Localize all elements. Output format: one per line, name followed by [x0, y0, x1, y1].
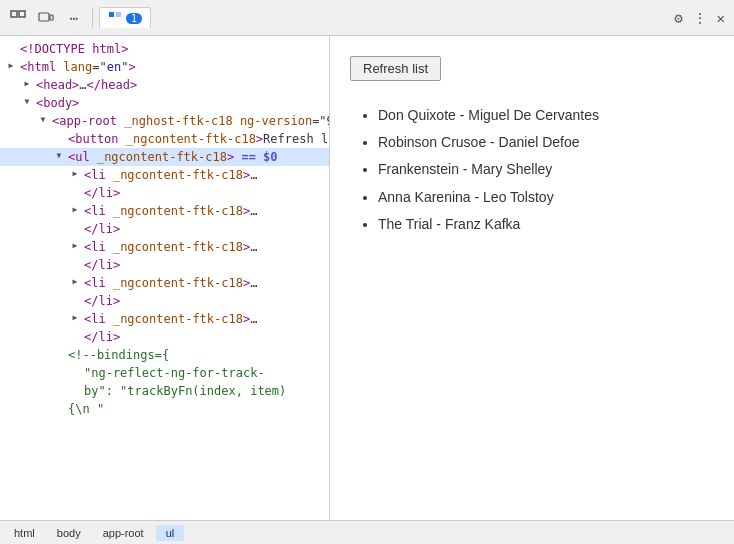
head-toggle[interactable] — [20, 77, 34, 91]
comment-line1-text: "ng-reflect-ng-for-track- — [84, 365, 265, 381]
more-options-icon[interactable]: ⋮ — [690, 7, 710, 29]
body-toggle[interactable] — [20, 95, 34, 109]
separator — [92, 8, 93, 28]
book-item-5: The Trial - Franz Kafka — [378, 212, 714, 237]
breadcrumb-body[interactable]: body — [47, 525, 91, 541]
more-panels-icon[interactable]: ⋯ — [62, 6, 86, 30]
li2-tag-text: <li _ngcontent-ftk-c18>… — [84, 203, 257, 219]
code-line-li2[interactable]: <li _ngcontent-ftk-c18>… — [0, 202, 329, 220]
code-line-button[interactable]: <button _ngcontent-ftk-c18>Refresh list<… — [0, 130, 329, 148]
code-line-li5[interactable]: <li _ngcontent-ftk-c18>… — [0, 310, 329, 328]
book-list: Don Quixote - Miguel De Cervantes Robins… — [350, 103, 714, 237]
ul-toggle[interactable] — [52, 149, 66, 163]
comment-open-text: <!--bindings={ — [68, 347, 169, 363]
breadcrumb-approot[interactable]: app-root — [93, 525, 154, 541]
svg-rect-2 — [39, 13, 49, 21]
li3-toggle[interactable] — [68, 239, 82, 253]
code-line-ul[interactable]: <ul _ngcontent-ftk-c18> == $0 — [0, 148, 329, 166]
inspect-element-icon[interactable] — [6, 6, 30, 30]
li1-tag-text: <li _ngcontent-ftk-c18>… — [84, 167, 257, 183]
devtools-panel: <!DOCTYPE html> <html lang="en"> <head>…… — [0, 36, 330, 520]
li3-close-text: </li> — [84, 257, 120, 273]
li5-close-text: </li> — [84, 329, 120, 345]
book-item-1: Don Quixote - Miguel De Cervantes — [378, 103, 714, 128]
code-line-li3-close[interactable]: </li> — [0, 256, 329, 274]
li5-toggle[interactable] — [68, 311, 82, 325]
svg-rect-5 — [116, 12, 121, 17]
book-item-2: Robinson Crusoe - Daniel Defoe — [378, 130, 714, 155]
code-line-li4[interactable]: <li _ngcontent-ftk-c18>… — [0, 274, 329, 292]
settings-icon[interactable]: ⚙ — [671, 7, 685, 29]
elements-tab[interactable]: 1 — [99, 7, 151, 28]
li3-tag-text: <li _ngcontent-ftk-c18>… — [84, 239, 257, 255]
li2-close-text: </li> — [84, 221, 120, 237]
breadcrumb-tabs: html body app-root ul — [0, 520, 734, 544]
approot-toggle[interactable] — [36, 113, 50, 127]
li4-close-text: </li> — [84, 293, 120, 309]
head-tag-text: <head>…</head> — [36, 77, 137, 93]
svg-rect-3 — [50, 15, 53, 20]
li2-toggle[interactable] — [68, 203, 82, 217]
approot-tag-text: <app-root _nghost-ftk-c18 ng-version="9.… — [52, 113, 329, 129]
li1-toggle[interactable] — [68, 167, 82, 181]
code-line-li2-close[interactable]: </li> — [0, 220, 329, 238]
li4-tag-text: <li _ngcontent-ftk-c18>… — [84, 275, 257, 291]
code-line-doctype[interactable]: <!DOCTYPE html> — [0, 40, 329, 58]
code-line-approot[interactable]: <app-root _nghost-ftk-c18 ng-version="9.… — [0, 112, 329, 130]
code-line-li1-close[interactable]: </li> — [0, 184, 329, 202]
html-toggle[interactable] — [4, 59, 18, 73]
devtools-topbar: ⋯ 1 ⚙ ⋮ ✕ — [0, 0, 734, 36]
comment-line2-text: by": "trackByFn(index, item) — [84, 383, 286, 399]
code-line-li5-close[interactable]: </li> — [0, 328, 329, 346]
button-tag-text: <button _ngcontent-ftk-c18>Refresh list<… — [68, 131, 329, 147]
comment-close-text: {\n " — [68, 401, 104, 417]
close-devtools-icon[interactable]: ✕ — [714, 7, 728, 29]
li4-toggle[interactable] — [68, 275, 82, 289]
code-line-li3[interactable]: <li _ngcontent-ftk-c18>… — [0, 238, 329, 256]
code-line-head[interactable]: <head>…</head> — [0, 76, 329, 94]
svg-rect-1 — [19, 11, 25, 17]
body-tag-text: <body> — [36, 95, 79, 111]
code-line-comment-line1[interactable]: "ng-reflect-ng-for-track- — [0, 364, 329, 382]
refresh-list-button[interactable]: Refresh list — [350, 56, 441, 81]
device-toggle-icon[interactable] — [34, 6, 58, 30]
ul-tag-text: <ul _ngcontent-ftk-c18> == $0 — [68, 149, 278, 165]
code-line-comment-line2[interactable]: by": "trackByFn(index, item) — [0, 382, 329, 400]
main-area: <!DOCTYPE html> <html lang="en"> <head>…… — [0, 36, 734, 520]
code-line-li4-close[interactable]: </li> — [0, 292, 329, 310]
tab-badge: 1 — [126, 13, 142, 24]
code-line-li1[interactable]: <li _ngcontent-ftk-c18>… — [0, 166, 329, 184]
code-line-comment-open[interactable]: <!--bindings={ — [0, 346, 329, 364]
li5-tag-text: <li _ngcontent-ftk-c18>… — [84, 311, 257, 327]
li1-close-text: </li> — [84, 185, 120, 201]
html-tag-text: <html lang="en"> — [20, 59, 136, 75]
code-line-comment-close[interactable]: {\n " — [0, 400, 329, 418]
breadcrumb-html[interactable]: html — [4, 525, 45, 541]
book-item-3: Frankenstein - Mary Shelley — [378, 157, 714, 182]
code-line-body[interactable]: <body> — [0, 94, 329, 112]
devtools-content[interactable]: <!DOCTYPE html> <html lang="en"> <head>…… — [0, 36, 329, 520]
doctype-tag: <!DOCTYPE html> — [20, 41, 128, 57]
code-line-html[interactable]: <html lang="en"> — [0, 58, 329, 76]
svg-rect-0 — [11, 11, 17, 17]
svg-rect-4 — [109, 12, 114, 17]
breadcrumb-ul[interactable]: ul — [156, 525, 185, 541]
preview-panel: Refresh list Don Quixote - Miguel De Cer… — [330, 36, 734, 520]
book-item-4: Anna Karenina - Leo Tolstoy — [378, 185, 714, 210]
